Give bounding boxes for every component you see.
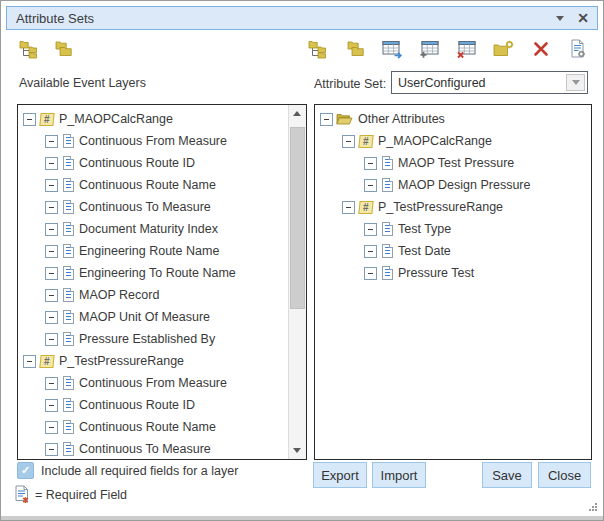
close-icon[interactable]: ✕ [577, 11, 589, 25]
collapse-icon[interactable] [45, 421, 58, 434]
scroll-up-icon[interactable] [293, 111, 301, 116]
tree-item-layer[interactable]: P_MAOPCalcRange [315, 130, 591, 152]
tree-item-field[interactable]: Continuous To Measure [18, 438, 289, 459]
folders-icon[interactable] [345, 39, 367, 59]
field-icon [63, 442, 74, 456]
tree-item-label: Continuous Route ID [79, 156, 195, 170]
collapse-icon[interactable] [45, 333, 58, 346]
export-button[interactable]: Export [313, 462, 367, 488]
tree-item-field[interactable]: Pressure Test [315, 262, 591, 284]
tree-item-label: MAOP Unit Of Measure [79, 310, 210, 324]
tree-item-label: Pressure Test [398, 266, 474, 280]
collapse-icon[interactable] [342, 201, 355, 214]
toolbar-left-group [19, 39, 75, 59]
tree-item-layer[interactable]: P_MAOPCalcRange [18, 108, 289, 130]
tree-item-field[interactable]: Continuous To Measure [18, 196, 289, 218]
collapse-icon[interactable] [23, 355, 36, 368]
collapse-icon[interactable] [364, 179, 377, 192]
field-icon [63, 222, 74, 236]
tree-item-field[interactable]: MAOP Unit Of Measure [18, 306, 289, 328]
collapse-icon[interactable] [23, 113, 36, 126]
field-icon [382, 244, 393, 258]
tree-item-field[interactable]: MAOP Record [18, 284, 289, 306]
collapse-icon[interactable] [45, 289, 58, 302]
collapse-icon[interactable] [45, 311, 58, 324]
toolbar [19, 37, 589, 61]
scrollbar-thumb[interactable] [290, 127, 305, 309]
tree-item-folder[interactable]: Other Attributes [315, 108, 591, 130]
collapse-icon[interactable] [364, 245, 377, 258]
tree-item-field[interactable]: Pressure Established By [18, 328, 289, 350]
tree-item-field[interactable]: Continuous Route Name [18, 174, 289, 196]
table-remove-icon[interactable] [456, 39, 478, 59]
vertical-scrollbar[interactable] [288, 105, 306, 459]
tree-item-field[interactable]: Continuous Route ID [18, 394, 289, 416]
field-icon [63, 332, 74, 346]
collapse-icon[interactable] [45, 267, 58, 280]
tree-item-field[interactable]: Continuous Route ID [18, 152, 289, 174]
attribute-set-dropdown[interactable]: UserConfigured [391, 71, 588, 94]
event-layer-icon [39, 355, 54, 368]
field-icon [63, 178, 74, 192]
tree-item-label: Document Maturity Index [79, 222, 218, 236]
field-icon [382, 156, 393, 170]
collapse-icon[interactable] [45, 157, 58, 170]
tree-item-field[interactable]: Continuous From Measure [18, 372, 289, 394]
collapse-icon[interactable] [45, 245, 58, 258]
delete-x-icon[interactable] [530, 39, 552, 59]
document-gear-icon[interactable] [567, 39, 589, 59]
field-icon [63, 288, 74, 302]
collapse-icon[interactable] [342, 135, 355, 148]
collapse-icon[interactable] [45, 179, 58, 192]
chevron-down-icon[interactable] [566, 74, 585, 91]
tree-item-field[interactable]: Engineering To Route Name [18, 262, 289, 284]
tree-item-layer[interactable]: P_TestPressureRange [18, 350, 289, 372]
collapse-icon[interactable] [45, 223, 58, 236]
available-event-layers-label: Available Event Layers [19, 76, 146, 90]
collapse-icon[interactable] [320, 113, 333, 126]
table-export-icon[interactable] [382, 39, 404, 59]
event-layer-icon [39, 113, 54, 126]
add-attribute-hierarchy-icon[interactable] [308, 39, 330, 59]
collapse-icon[interactable] [45, 399, 58, 412]
attribute-set-tree: Other Attributes P_MAOPCalcRange MAOP Te… [315, 105, 591, 284]
scroll-down-icon[interactable] [293, 448, 301, 453]
include-required-fields-checkbox[interactable] [17, 462, 34, 479]
collapse-icon[interactable] [45, 135, 58, 148]
tree-item-layer[interactable]: P_TestPressureRange [315, 196, 591, 218]
table-add-icon[interactable] [419, 39, 441, 59]
tree-item-label: P_MAOPCalcRange [59, 112, 173, 126]
import-button[interactable]: Import [372, 462, 426, 488]
folders-icon[interactable] [53, 39, 75, 59]
attribute-sets-dialog: Attribute Sets ✕ [0, 0, 604, 521]
tree-item-label: Engineering To Route Name [79, 266, 236, 280]
include-required-fields-label: Include all required fields for a layer [41, 464, 238, 478]
tree-item-field[interactable]: Continuous From Measure [18, 130, 289, 152]
collapse-icon[interactable] [364, 157, 377, 170]
collapse-icon[interactable] [45, 377, 58, 390]
field-icon [63, 310, 74, 324]
add-event-layer-hierarchy-icon[interactable] [19, 39, 41, 59]
save-button[interactable]: Save [482, 462, 532, 488]
folder-gear-icon[interactable] [493, 39, 515, 59]
close-button[interactable]: Close [538, 462, 591, 488]
collapse-icon[interactable] [45, 443, 58, 456]
tree-item-field[interactable]: Engineering Route Name [18, 240, 289, 262]
tree-item-field[interactable]: MAOP Test Pressure [315, 152, 591, 174]
tree-item-field[interactable]: Test Date [315, 240, 591, 262]
tree-item-field[interactable]: Test Type [315, 218, 591, 240]
tree-item-label: Continuous Route ID [79, 398, 195, 412]
tree-item-field[interactable]: Continuous Route Name [18, 416, 289, 438]
tree-item-field[interactable]: Document Maturity Index [18, 218, 289, 240]
resize-grip[interactable] [589, 503, 598, 512]
titlebar[interactable]: Attribute Sets ✕ [6, 6, 598, 30]
collapse-icon[interactable] [45, 201, 58, 214]
collapse-icon[interactable] [364, 223, 377, 236]
tree-item-label: MAOP Design Pressure [398, 178, 530, 192]
tree-item-label: Continuous Route Name [79, 178, 216, 192]
include-required-fields-row: Include all required fields for a layer [17, 462, 238, 479]
collapse-icon[interactable] [364, 267, 377, 280]
tree-item-field[interactable]: MAOP Design Pressure [315, 174, 591, 196]
field-icon [382, 266, 393, 280]
dock-menu-icon[interactable] [556, 16, 564, 21]
